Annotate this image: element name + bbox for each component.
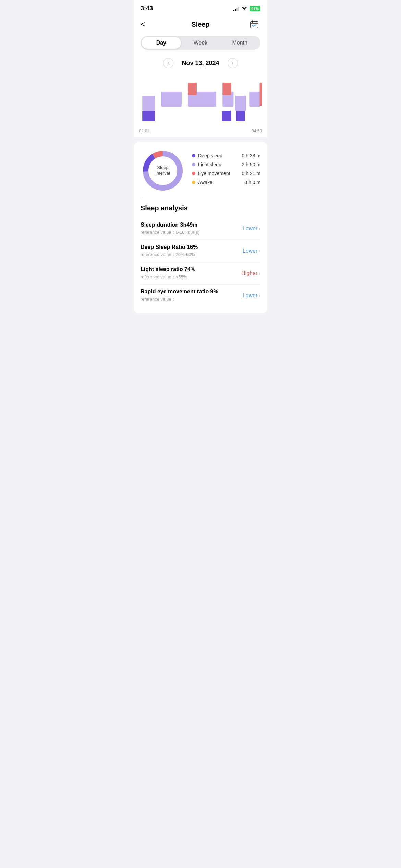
rem-ratio-status[interactable]: Lower › xyxy=(243,292,260,299)
duration-metric: Sleep duration 3h49m xyxy=(141,222,199,228)
analysis-item-deep: Deep Sleep Ratio 16% reference value：20%… xyxy=(141,240,260,262)
svg-rect-5 xyxy=(161,92,182,107)
analysis-item-duration: Sleep duration 3h49m reference value：6-1… xyxy=(141,218,260,240)
svg-rect-0 xyxy=(251,22,258,28)
svg-rect-14 xyxy=(222,83,231,95)
light-ratio-metric: Light sleep ratio 74% xyxy=(141,266,195,273)
chevron-right-icon: › xyxy=(259,293,260,298)
status-time: 3:43 xyxy=(141,5,153,12)
status-icons: 91% xyxy=(233,5,260,11)
deep-ratio-metric: Deep Sleep Ratio 16% xyxy=(141,244,198,250)
period-selector: Day Week Month xyxy=(134,36,267,55)
sleep-chart-container: 01:01 04:50 xyxy=(134,74,267,137)
wifi-icon xyxy=(241,5,247,11)
awake-dot xyxy=(192,181,195,184)
header: < Sleep xyxy=(134,15,267,36)
light-sleep-dot xyxy=(192,163,195,166)
tab-week[interactable]: Week xyxy=(181,37,220,49)
svg-rect-9 xyxy=(249,92,260,107)
sleep-analysis-section: Sleep analysis Sleep duration 3h49m refe… xyxy=(141,204,260,306)
svg-rect-4 xyxy=(142,96,155,111)
current-date: Nov 13, 2024 xyxy=(182,60,219,67)
sleep-summary: Sleep interval Deep sleep 0 h 38 m Light… xyxy=(141,148,260,193)
analysis-item-rem: Rapid eye movement ratio 9% reference va… xyxy=(141,285,260,306)
analysis-item-light: Light sleep ratio 74% reference value：<5… xyxy=(141,262,260,285)
rem-ratio-ref: reference value： xyxy=(141,296,218,302)
legend-item-light: Light sleep 2 h 50 m xyxy=(192,162,260,167)
legend-item-rem: Eye movement 0 h 21 m xyxy=(192,171,260,176)
donut-center-label: Sleep interval xyxy=(156,165,170,177)
donut-chart: Sleep interval xyxy=(141,148,185,193)
duration-ref: reference value：6-10Hour(s) xyxy=(141,229,199,236)
deep-ratio-ref: reference value：20%-60% xyxy=(141,252,198,258)
svg-rect-10 xyxy=(142,111,155,121)
chevron-right-icon: › xyxy=(232,60,233,66)
sleep-chart xyxy=(139,79,262,126)
light-ratio-status[interactable]: Higher › xyxy=(241,270,260,276)
svg-rect-15 xyxy=(260,83,262,106)
chart-time-labels: 01:01 04:50 xyxy=(139,127,262,137)
chevron-right-icon: › xyxy=(259,248,260,254)
calendar-button[interactable] xyxy=(248,18,260,31)
duration-status[interactable]: Lower › xyxy=(243,226,260,232)
legend-item-awake: Awake 0 h 0 m xyxy=(192,180,260,185)
svg-rect-8 xyxy=(235,96,246,111)
tab-month[interactable]: Month xyxy=(220,37,259,49)
legend-item-deep: Deep sleep 0 h 38 m xyxy=(192,153,260,158)
divider xyxy=(141,200,260,200)
chevron-right-icon: › xyxy=(259,270,260,276)
summary-card: Sleep interval Deep sleep 0 h 38 m Light… xyxy=(134,142,267,313)
svg-rect-12 xyxy=(236,111,245,121)
sleep-legend: Deep sleep 0 h 38 m Light sleep 2 h 50 m… xyxy=(192,153,260,189)
deep-ratio-status[interactable]: Lower › xyxy=(243,248,260,254)
eye-movement-dot xyxy=(192,172,195,175)
page-title: Sleep xyxy=(191,21,209,28)
chevron-left-icon: ‹ xyxy=(168,60,169,66)
chart-time-start: 01:01 xyxy=(139,129,149,133)
light-ratio-ref: reference value：<55% xyxy=(141,274,195,280)
date-navigation: ‹ Nov 13, 2024 › xyxy=(134,55,267,74)
period-tabs: Day Week Month xyxy=(141,36,260,50)
next-date-button[interactable]: › xyxy=(228,58,238,68)
svg-rect-13 xyxy=(188,83,197,95)
status-bar: 3:43 91% xyxy=(134,0,267,15)
svg-rect-11 xyxy=(222,111,231,121)
deep-sleep-dot xyxy=(192,154,195,157)
analysis-title: Sleep analysis xyxy=(141,204,260,212)
prev-date-button[interactable]: ‹ xyxy=(163,58,173,68)
battery-indicator: 91% xyxy=(250,6,260,11)
signal-bars-icon xyxy=(233,6,239,11)
rem-ratio-metric: Rapid eye movement ratio 9% xyxy=(141,289,218,295)
tab-day[interactable]: Day xyxy=(142,37,181,49)
back-button[interactable]: < xyxy=(141,20,153,29)
chart-time-end: 04:50 xyxy=(252,129,262,133)
chevron-right-icon: › xyxy=(259,226,260,231)
